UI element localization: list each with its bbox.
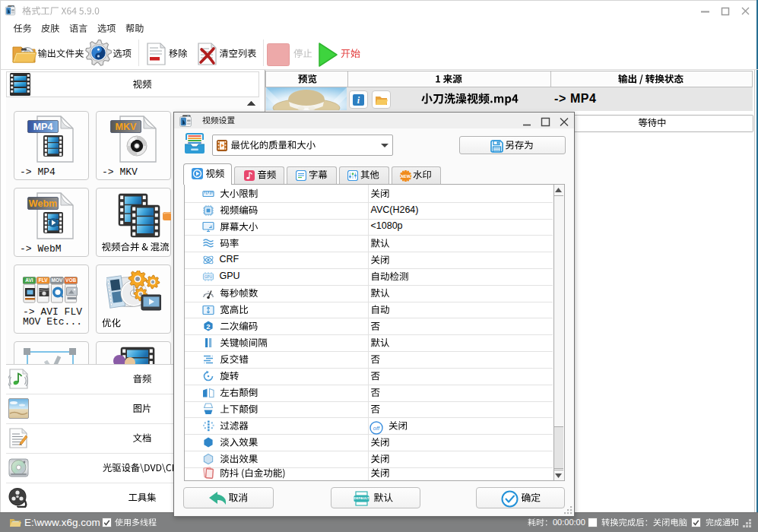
svg-text:Webm: Webm <box>29 198 57 209</box>
svg-text:off: off <box>373 425 380 432</box>
svg-text:DEFAULT: DEFAULT <box>354 496 369 500</box>
svg-text:2: 2 <box>206 322 210 331</box>
svg-text:VOB: VOB <box>65 277 76 283</box>
svg-text:MKV: MKV <box>116 122 137 132</box>
svg-text:FLV: FLV <box>39 277 48 283</box>
svg-text:GPU: GPU <box>205 275 212 279</box>
svg-text:MOV: MOV <box>51 277 62 283</box>
svg-text:NEW: NEW <box>401 174 411 179</box>
svg-text:MP4: MP4 <box>33 122 53 132</box>
svg-text:AVI: AVI <box>25 277 33 283</box>
